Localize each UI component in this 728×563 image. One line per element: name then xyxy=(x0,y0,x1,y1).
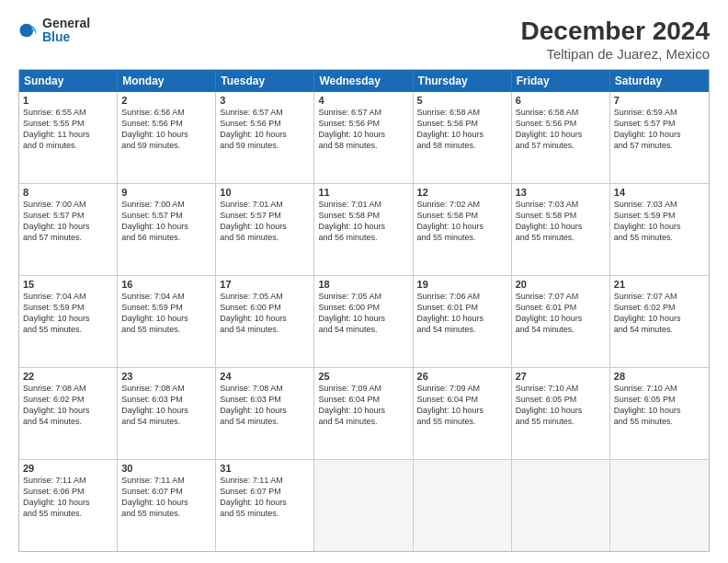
cal-header-wednesday: Wednesday xyxy=(314,70,413,92)
svg-point-0 xyxy=(19,24,33,38)
cell-details: Sunrise: 6:59 AMSunset: 5:57 PMDaylight:… xyxy=(614,107,705,152)
day-number: 15 xyxy=(23,279,113,290)
page: General Blue December 2024 Teltipan de J… xyxy=(0,0,728,563)
cal-cell-29: 29Sunrise: 7:11 AMSunset: 6:06 PMDayligh… xyxy=(19,460,118,551)
cell-details: Sunrise: 7:00 AMSunset: 5:57 PMDaylight:… xyxy=(23,199,113,244)
logo-general: General xyxy=(42,17,90,30)
day-number: 28 xyxy=(614,371,705,382)
cal-cell-30: 30Sunrise: 7:11 AMSunset: 6:07 PMDayligh… xyxy=(118,460,216,551)
title-block: December 2024 Teltipan de Juarez, Mexico xyxy=(521,17,710,62)
cal-cell-31: 31Sunrise: 7:11 AMSunset: 6:07 PMDayligh… xyxy=(216,460,314,551)
cal-cell-27: 27Sunrise: 7:10 AMSunset: 6:05 PMDayligh… xyxy=(512,368,610,459)
day-number: 6 xyxy=(516,95,606,106)
cell-details: Sunrise: 7:08 AMSunset: 6:03 PMDaylight:… xyxy=(121,383,211,428)
cell-details: Sunrise: 7:07 AMSunset: 6:01 PMDaylight:… xyxy=(516,291,606,336)
day-number: 12 xyxy=(417,187,507,198)
day-number: 22 xyxy=(23,371,113,382)
day-number: 2 xyxy=(121,95,211,106)
cal-cell-15: 15Sunrise: 7:04 AMSunset: 5:59 PMDayligh… xyxy=(19,276,118,367)
day-number: 25 xyxy=(318,371,408,382)
day-number: 24 xyxy=(220,371,310,382)
cal-cell-26: 26Sunrise: 7:09 AMSunset: 6:04 PMDayligh… xyxy=(414,368,512,459)
cell-details: Sunrise: 6:57 AMSunset: 5:56 PMDaylight:… xyxy=(220,107,310,152)
cal-week-5: 29Sunrise: 7:11 AMSunset: 6:06 PMDayligh… xyxy=(19,460,709,551)
day-number: 20 xyxy=(516,279,606,290)
cal-header-sunday: Sunday xyxy=(19,70,118,92)
day-number: 23 xyxy=(121,371,211,382)
cell-details: Sunrise: 7:08 AMSunset: 6:02 PMDaylight:… xyxy=(23,383,113,428)
day-number: 7 xyxy=(614,95,705,106)
day-number: 21 xyxy=(614,279,705,290)
cal-cell-3: 3Sunrise: 6:57 AMSunset: 5:56 PMDaylight… xyxy=(216,92,314,183)
cal-cell-22: 22Sunrise: 7:08 AMSunset: 6:02 PMDayligh… xyxy=(19,368,118,459)
cal-week-2: 8Sunrise: 7:00 AMSunset: 5:57 PMDaylight… xyxy=(19,184,709,276)
day-number: 16 xyxy=(121,279,211,290)
cell-details: Sunrise: 7:05 AMSunset: 6:00 PMDaylight:… xyxy=(318,291,408,336)
cal-cell-16: 16Sunrise: 7:04 AMSunset: 5:59 PMDayligh… xyxy=(118,276,216,367)
cal-cell-1: 1Sunrise: 6:55 AMSunset: 5:55 PMDaylight… xyxy=(19,92,118,183)
cell-details: Sunrise: 7:03 AMSunset: 5:58 PMDaylight:… xyxy=(516,199,606,244)
cal-cell-14: 14Sunrise: 7:03 AMSunset: 5:59 PMDayligh… xyxy=(610,184,709,275)
cal-cell-18: 18Sunrise: 7:05 AMSunset: 6:00 PMDayligh… xyxy=(314,276,413,367)
cal-cell-20: 20Sunrise: 7:07 AMSunset: 6:01 PMDayligh… xyxy=(512,276,610,367)
cal-week-1: 1Sunrise: 6:55 AMSunset: 5:55 PMDaylight… xyxy=(19,92,709,184)
cal-cell-11: 11Sunrise: 7:01 AMSunset: 5:58 PMDayligh… xyxy=(314,184,413,275)
cal-week-4: 22Sunrise: 7:08 AMSunset: 6:02 PMDayligh… xyxy=(19,368,709,460)
cal-cell-28: 28Sunrise: 7:10 AMSunset: 6:05 PMDayligh… xyxy=(610,368,709,459)
cal-cell-23: 23Sunrise: 7:08 AMSunset: 6:03 PMDayligh… xyxy=(118,368,216,459)
cell-details: Sunrise: 7:10 AMSunset: 6:05 PMDaylight:… xyxy=(516,383,606,428)
cal-header-friday: Friday xyxy=(512,70,610,92)
cal-cell-2: 2Sunrise: 6:56 AMSunset: 5:56 PMDaylight… xyxy=(118,92,216,183)
cell-details: Sunrise: 7:03 AMSunset: 5:59 PMDaylight:… xyxy=(614,199,705,244)
cell-details: Sunrise: 7:09 AMSunset: 6:04 PMDaylight:… xyxy=(417,383,507,428)
calendar-body: 1Sunrise: 6:55 AMSunset: 5:55 PMDaylight… xyxy=(19,92,709,551)
day-number: 9 xyxy=(121,187,211,198)
cal-cell-8: 8Sunrise: 7:00 AMSunset: 5:57 PMDaylight… xyxy=(19,184,118,275)
day-number: 5 xyxy=(417,95,507,106)
cell-details: Sunrise: 7:00 AMSunset: 5:57 PMDaylight:… xyxy=(121,199,211,244)
cal-cell-13: 13Sunrise: 7:03 AMSunset: 5:58 PMDayligh… xyxy=(512,184,610,275)
cell-details: Sunrise: 7:04 AMSunset: 5:59 PMDaylight:… xyxy=(23,291,113,336)
cell-details: Sunrise: 6:58 AMSunset: 5:56 PMDaylight:… xyxy=(516,107,606,152)
cell-details: Sunrise: 6:56 AMSunset: 5:56 PMDaylight:… xyxy=(121,107,211,152)
cal-cell-17: 17Sunrise: 7:05 AMSunset: 6:00 PMDayligh… xyxy=(216,276,314,367)
cal-cell-24: 24Sunrise: 7:08 AMSunset: 6:03 PMDayligh… xyxy=(216,368,314,459)
cell-details: Sunrise: 6:55 AMSunset: 5:55 PMDaylight:… xyxy=(23,107,113,152)
day-number: 31 xyxy=(220,463,310,474)
cal-week-3: 15Sunrise: 7:04 AMSunset: 5:59 PMDayligh… xyxy=(19,276,709,368)
day-number: 27 xyxy=(516,371,606,382)
header: General Blue December 2024 Teltipan de J… xyxy=(18,17,710,62)
cell-details: Sunrise: 7:05 AMSunset: 6:00 PMDaylight:… xyxy=(220,291,310,336)
calendar-header: SundayMondayTuesdayWednesdayThursdayFrid… xyxy=(19,70,709,92)
cell-details: Sunrise: 7:01 AMSunset: 5:57 PMDaylight:… xyxy=(220,199,310,244)
day-number: 18 xyxy=(318,279,408,290)
cell-details: Sunrise: 7:11 AMSunset: 6:06 PMDaylight:… xyxy=(23,475,113,520)
cell-details: Sunrise: 7:09 AMSunset: 6:04 PMDaylight:… xyxy=(318,383,408,428)
cell-details: Sunrise: 6:57 AMSunset: 5:56 PMDaylight:… xyxy=(318,107,408,152)
logo-text: General Blue xyxy=(42,17,90,45)
main-title: December 2024 xyxy=(521,17,710,46)
day-number: 17 xyxy=(220,279,310,290)
cell-details: Sunrise: 7:10 AMSunset: 6:05 PMDaylight:… xyxy=(614,383,705,428)
cal-cell-25: 25Sunrise: 7:09 AMSunset: 6:04 PMDayligh… xyxy=(314,368,413,459)
cell-details: Sunrise: 7:06 AMSunset: 6:01 PMDaylight:… xyxy=(417,291,507,336)
day-number: 1 xyxy=(23,95,113,106)
cell-details: Sunrise: 7:02 AMSunset: 5:58 PMDaylight:… xyxy=(417,199,507,244)
day-number: 30 xyxy=(121,463,211,474)
day-number: 3 xyxy=(220,95,310,106)
cal-cell-21: 21Sunrise: 7:07 AMSunset: 6:02 PMDayligh… xyxy=(610,276,709,367)
cal-header-monday: Monday xyxy=(118,70,216,92)
cal-cell-19: 19Sunrise: 7:06 AMSunset: 6:01 PMDayligh… xyxy=(414,276,512,367)
day-number: 13 xyxy=(516,187,606,198)
cal-header-thursday: Thursday xyxy=(414,70,512,92)
cal-cell-9: 9Sunrise: 7:00 AMSunset: 5:57 PMDaylight… xyxy=(118,184,216,275)
cal-cell-12: 12Sunrise: 7:02 AMSunset: 5:58 PMDayligh… xyxy=(414,184,512,275)
day-number: 29 xyxy=(23,463,113,474)
cal-cell-10: 10Sunrise: 7:01 AMSunset: 5:57 PMDayligh… xyxy=(216,184,314,275)
cell-details: Sunrise: 6:58 AMSunset: 5:56 PMDaylight:… xyxy=(417,107,507,152)
cal-cell-empty xyxy=(314,460,413,551)
day-number: 4 xyxy=(318,95,408,106)
cell-details: Sunrise: 7:08 AMSunset: 6:03 PMDaylight:… xyxy=(220,383,310,428)
day-number: 14 xyxy=(614,187,705,198)
subtitle: Teltipan de Juarez, Mexico xyxy=(521,46,710,62)
